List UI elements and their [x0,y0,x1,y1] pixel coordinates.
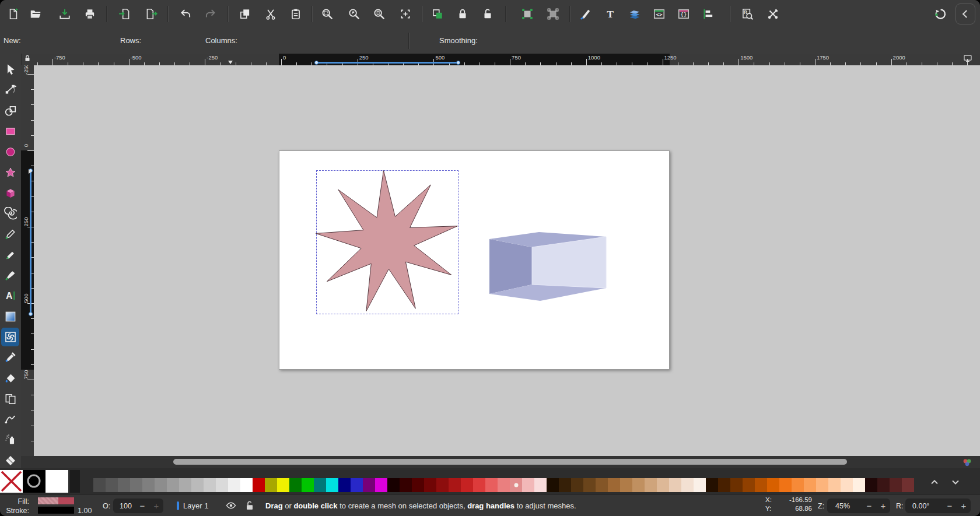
palette-swatch[interactable] [363,478,375,492]
palette-swatch[interactable] [583,478,596,492]
horizontal-scrollbar-track[interactable] [21,456,980,468]
cms-display-toggle[interactable] [960,54,975,65]
zoom-page-button[interactable] [372,6,387,22]
lock-button[interactable] [455,6,470,22]
collapse-toolbar-button[interactable] [956,3,975,24]
mesh-tool[interactable] [4,331,17,343]
deselect-button[interactable] [545,6,561,22]
selection-band-handle[interactable] [456,61,460,65]
palette-scroll-up-button[interactable] [929,476,943,490]
color-management-icon[interactable] [961,457,973,468]
rotation-decrease-button[interactable]: − [943,501,957,511]
palette-swatch[interactable] [485,478,498,492]
redo-button[interactable] [203,6,218,22]
palette-swatch[interactable] [730,478,743,492]
selection-band-handle[interactable] [29,312,33,316]
zoom-increase-button[interactable]: + [876,501,890,511]
black-swatch[interactable] [23,470,46,493]
palette-swatch[interactable] [216,478,228,492]
palette-swatch[interactable] [436,478,449,492]
palette-swatch[interactable] [228,478,240,492]
eraser-tool[interactable] [4,454,17,467]
palette-swatch[interactable] [118,478,130,492]
layers-dialog-button[interactable] [627,6,642,22]
palette-swatch[interactable] [473,478,485,492]
opacity-increase-button[interactable]: + [149,501,163,511]
horizontal-ruler[interactable]: -750-500-2500250500750100012501500175020… [34,54,980,65]
palette-swatch[interactable] [167,478,179,492]
palette-swatch[interactable] [289,478,302,492]
palette-swatch[interactable] [792,478,804,492]
xml-editor-button[interactable]: <> [652,6,667,22]
palette-swatch[interactable] [106,478,118,492]
palette-swatch[interactable] [669,478,681,492]
rotation-increase-button[interactable]: + [957,501,971,511]
stroke-color-swatch[interactable] [38,507,74,514]
zoom-decrease-button[interactable]: − [862,501,876,511]
selection-bounding-box[interactable] [316,170,459,314]
layer-name[interactable]: Layer 1 [183,501,208,510]
palette-swatch[interactable] [841,478,853,492]
star-tool[interactable] [4,166,17,179]
palette-swatch[interactable] [608,478,620,492]
select-all-button[interactable] [520,6,535,22]
zoom-drawing-button[interactable] [346,6,362,22]
palette-swatch[interactable] [571,478,583,492]
fill-color-swatch[interactable] [38,497,74,504]
open-folder-button[interactable] [28,6,43,22]
vertical-ruler[interactable]: -2500250500750 [21,65,34,456]
find-replace-button[interactable]: R [740,6,755,22]
dropper-tool[interactable] [4,351,17,364]
palette-swatch[interactable] [338,478,351,492]
tweak-tool[interactable] [4,413,17,426]
snap-controls-button[interactable] [933,6,948,22]
palette-swatch[interactable] [828,478,841,492]
palette-swatch[interactable] [890,478,902,492]
palette-swatch[interactable] [632,478,645,492]
palette-swatch[interactable] [387,478,400,492]
fill-stroke-dialog-button[interactable] [578,6,593,22]
white-swatch[interactable] [46,470,68,493]
zoom-selection-button[interactable] [320,6,335,22]
save-button[interactable] [57,6,72,22]
palette-swatch[interactable] [706,478,718,492]
print-button[interactable] [82,6,97,22]
palette-swatch[interactable] [314,478,326,492]
auto-palette-swatch[interactable] [70,470,80,493]
paste-button[interactable] [288,6,303,22]
rotation-spinner[interactable]: 0.00° − + [905,499,971,513]
palette-swatch[interactable] [657,478,669,492]
palette-swatch[interactable] [853,478,865,492]
palette-swatch[interactable] [755,478,767,492]
opacity-spinner[interactable]: 100 − + [113,499,163,513]
palette-swatch[interactable] [400,478,412,492]
palette-swatch[interactable] [277,478,289,492]
layer-lock-icon[interactable] [244,500,256,511]
palette-swatch[interactable] [779,478,792,492]
pencil-tool[interactable] [4,248,17,261]
export-button[interactable] [144,6,159,22]
palette-swatch[interactable] [522,478,534,492]
palette-swatch[interactable] [130,478,142,492]
undo-button[interactable] [178,6,193,22]
box-3d-tool[interactable] [4,187,17,199]
palette-swatch[interactable] [375,478,387,492]
palette-swatch[interactable] [412,478,424,492]
text-dialog-button[interactable]: T [603,6,618,22]
palette-swatch[interactable] [816,478,828,492]
palette-swatch[interactable] [877,478,890,492]
palette-swatch[interactable] [204,478,216,492]
palette-swatch[interactable] [718,478,730,492]
palette-swatch[interactable] [534,478,547,492]
selection-band-handle[interactable] [314,61,318,65]
canvas[interactable] [34,65,980,456]
ruler-lock-toggle[interactable] [21,54,34,65]
preferences-button[interactable] [765,6,780,22]
palette-swatch[interactable] [743,478,755,492]
palette-swatch[interactable] [179,478,191,492]
calligraphy-tool[interactable] [4,269,17,282]
rectangle-tool[interactable] [4,125,17,138]
new-document-button[interactable] [6,6,21,22]
palette-swatch[interactable] [302,478,314,492]
palette-swatch[interactable] [767,478,779,492]
